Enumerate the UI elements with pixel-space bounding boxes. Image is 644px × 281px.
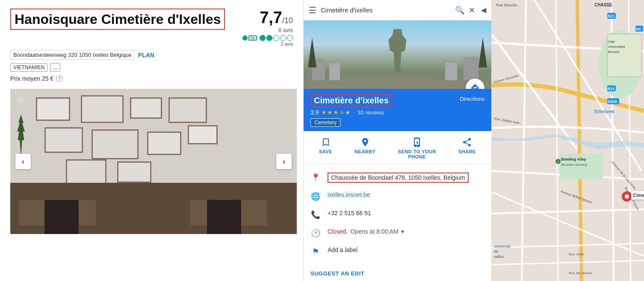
- label-detail[interactable]: Add a label: [328, 246, 357, 253]
- tag-vietnamien[interactable]: VIETNAMIEN: [10, 63, 47, 72]
- send-phone-icon: [412, 137, 422, 147]
- expand-hours-icon[interactable]: ▾: [401, 228, 404, 235]
- ta-circle-3: [273, 35, 279, 41]
- svg-text:de: de: [494, 249, 498, 254]
- dot-separator: ·: [353, 109, 355, 116]
- map-svg: Rue Beecke... CHASSE N4 R21 R21 N206 Ett…: [492, 0, 644, 281]
- clock-icon: 🕐: [310, 228, 321, 238]
- globe-icon: 🌐: [310, 192, 321, 201]
- phone-detail: +32 2 515 66 91: [328, 210, 371, 217]
- rating-out-of: /10: [282, 16, 293, 25]
- ta-circle-2: [266, 35, 272, 41]
- place-image: [304, 20, 491, 89]
- share-label: SHARE: [458, 149, 476, 154]
- suggest-edit-link[interactable]: SUGGEST AN EDIT: [304, 266, 491, 281]
- directions-label: Directions: [460, 96, 484, 102]
- gmaps-panel: ☰ 🔍 ✕ ◀ Cimetière d'ixe: [304, 0, 492, 281]
- place-rating-row: 3.9 ★ ★ ★ ★ ★ · 30 reviews: [310, 109, 392, 116]
- photo-bg: [10, 89, 297, 234]
- share-button[interactable]: SHARE: [458, 137, 476, 159]
- svg-text:Universiteit: Universiteit: [608, 45, 625, 49]
- tripadvisor-logo: TA: [242, 35, 257, 41]
- star-1: ★: [321, 109, 327, 116]
- nearby-label: NEARBY: [354, 149, 375, 154]
- closed-status: Closed.: [328, 228, 348, 235]
- svg-text:Rue Volta: Rue Volta: [569, 252, 584, 256]
- svg-text:Vrije: Vrije: [608, 40, 615, 44]
- hours-detail: Closed. Opens at 8:00 AM ▾: [328, 228, 404, 235]
- flag-icon: ⚑: [310, 247, 321, 256]
- close-icon[interactable]: ✕: [469, 6, 475, 15]
- ta-circle-5: [287, 35, 293, 41]
- ta-rating-circles: [260, 35, 293, 41]
- action-buttons: SAVE NEARBY SEND TO YOUR PHONE SHARE: [304, 131, 491, 164]
- menu-icon[interactable]: ☰: [309, 5, 316, 15]
- svg-text:R21: R21: [608, 14, 615, 18]
- location-icon: 📍: [310, 173, 321, 182]
- prix-label: Prix moyen 25 €: [10, 75, 53, 82]
- prix-row: Prix moyen 25 € ?: [10, 75, 293, 82]
- rating-score: 7,7: [260, 9, 282, 26]
- opens-time: Opens at 8:00 AM: [350, 228, 398, 235]
- search-icon[interactable]: 🔍: [455, 6, 464, 15]
- directions-fab-icon: [470, 83, 480, 89]
- category-badge[interactable]: Cemetery: [310, 118, 340, 127]
- gmaps-header: ☰ 🔍 ✕ ◀: [304, 0, 491, 20]
- phone-icon: 📞: [310, 210, 321, 220]
- star-2: ★: [327, 109, 333, 116]
- save-label: SAVE: [319, 149, 332, 154]
- details-list: 📍 Chaussée de Boondael 478, 1050 Ixelles…: [304, 164, 491, 266]
- nearby-button[interactable]: NEARBY: [354, 137, 375, 159]
- svg-text:CHASSE: CHASSE: [594, 3, 612, 7]
- photo-prev-button[interactable]: ‹: [15, 154, 31, 169]
- gmaps-search-input[interactable]: [321, 6, 451, 14]
- send-to-phone-button[interactable]: SEND TO YOUR PHONE: [398, 137, 436, 159]
- ta-circle-1: [260, 35, 266, 41]
- address-detail-row: 📍 Chaussée de Boondael 478, 1050 Ixelles…: [304, 168, 491, 187]
- save-icon: [321, 137, 331, 147]
- website-detail-row: 🌐 ixelles.irisnet.be: [304, 187, 491, 205]
- svg-text:R21: R21: [608, 87, 615, 91]
- place-name: Cimetière d'ixelles: [310, 94, 392, 107]
- photo-next-button[interactable]: ›: [276, 154, 292, 169]
- ta-circle-4: [280, 35, 286, 41]
- star-3: ★: [333, 109, 339, 116]
- label-detail-row: ⚑ Add a label: [304, 242, 491, 261]
- hotel-title: Hanoisquare Cimetière d'Ixelles: [10, 9, 225, 30]
- place-rating-num: 3.9: [310, 109, 319, 116]
- star-5: ★: [345, 109, 351, 116]
- prix-help-icon[interactable]: ?: [56, 75, 63, 82]
- tags-row: VIETNAMIEN ...: [10, 63, 293, 72]
- svg-text:Cimetière d'ixelles: Cimetière d'ixelles: [633, 193, 644, 198]
- address-text: Boondaalsesteenweg 320 1050 Ixelles Belg…: [10, 50, 135, 60]
- left-panel: Hanoisquare Cimetière d'Ixelles 7,7/10 8…: [0, 0, 304, 281]
- website-detail[interactable]: ixelles.irisnet.be: [328, 191, 370, 198]
- plan-link[interactable]: PLAN: [138, 52, 154, 59]
- reviews-count: 30 reviews: [357, 109, 384, 116]
- save-button[interactable]: SAVE: [319, 137, 332, 159]
- svg-text:Rue Beecke...: Rue Beecke...: [496, 3, 520, 7]
- address-detail: Chaussée de Boondael 478, 1050 Ixelles, …: [328, 173, 469, 183]
- svg-text:Brussels Bowling: Brussels Bowling: [561, 163, 587, 167]
- address-row: Boondaalsesteenweg 320 1050 Ixelles Belg…: [10, 50, 293, 60]
- place-info-header: Cimetière d'ixelles 3.9 ★ ★ ★ ★ ★ · 30 r…: [304, 89, 491, 131]
- svg-text:xelles: xelles: [494, 255, 504, 259]
- collapse-arrow-icon[interactable]: ◀: [481, 6, 486, 14]
- svg-text:Brussel: Brussel: [608, 50, 620, 54]
- svg-text:N206: N206: [608, 100, 617, 104]
- tag-more[interactable]: ...: [50, 63, 60, 72]
- favorite-star-icon[interactable]: ☆: [16, 95, 25, 106]
- svg-text:université: université: [494, 244, 511, 249]
- share-icon: [462, 137, 472, 147]
- svg-point-33: [625, 194, 629, 199]
- rating-avis: 8 avis: [242, 27, 293, 33]
- phone-detail-row: 📞 +32 2 515 66 91: [304, 205, 491, 224]
- nearby-icon: [360, 137, 370, 147]
- svg-text:N4: N4: [636, 27, 641, 31]
- stars: ★ ★ ★ ★ ★: [321, 109, 351, 116]
- svg-text:+: +: [557, 160, 559, 164]
- map-panel: Rue Beecke... CHASSE N4 R21 R21 N206 Ett…: [492, 0, 644, 281]
- map-bg: Rue Beecke... CHASSE N4 R21 R21 N206 Ett…: [492, 0, 644, 281]
- svg-text:Etterbeek: Etterbeek: [594, 109, 615, 114]
- star-4: ★: [339, 109, 345, 116]
